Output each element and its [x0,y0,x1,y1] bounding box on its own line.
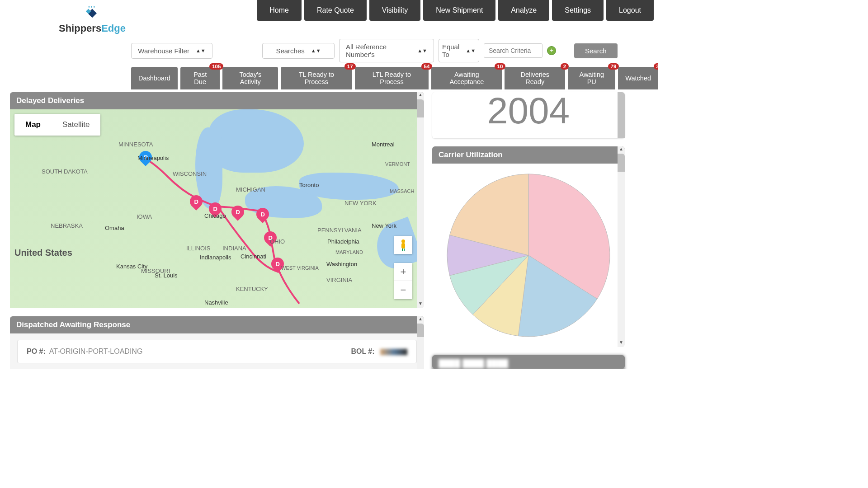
bol-label: BOL #: [351,347,374,355]
tab-deliveries-ready[interactable]: Deliveries Ready2 [505,67,565,89]
panel-scrollbar[interactable]: ▲ [417,316,424,369]
panel-scrollbar[interactable]: ▲▼ [417,92,424,308]
po-label: PO #: [27,347,46,356]
map-type-toggle: Map Satellite [14,114,100,136]
tab-past-due[interactable]: Past Due105 [180,67,220,89]
streetview-pegman[interactable] [394,236,412,254]
svg-point-5 [401,239,405,243]
reference-label: All Reference Number's [346,43,411,58]
nav-visibility[interactable]: Visibility [369,0,421,21]
badge: 105 [209,63,223,70]
pie-chart [432,164,625,347]
panel-title: Carrier Utilization [432,146,625,164]
zoom-in-button[interactable]: + [394,263,412,281]
tab-ltl-ready[interactable]: LTL Ready to Process54 [355,67,429,89]
panel-scrollbar[interactable]: ▲▼ [618,146,625,347]
scroll-thumb[interactable] [417,99,424,117]
scroll-down-icon[interactable]: ▼ [618,340,625,347]
searches-dropdown[interactable]: Searches▲▼ [262,43,335,59]
tab-dashboard[interactable]: Dashboard [131,67,178,89]
map-label-country: United States [14,248,72,258]
badge: 10 [495,63,506,70]
scroll-up-icon[interactable]: ▲ [417,316,424,324]
filter-bar: Warehouse Filter▲▼ Searches▲▼ All Refere… [0,34,658,67]
map-tab-satellite[interactable]: Satellite [52,114,100,136]
scroll-thumb[interactable] [618,154,625,172]
scroll-up-icon[interactable]: ▲ [417,92,424,99]
warehouse-filter-dropdown[interactable]: Warehouse Filter▲▼ [131,43,212,59]
nav-new-shipment[interactable]: New Shipment [423,0,495,21]
searches-label: Searches [276,47,304,55]
badge: 79 [608,63,619,70]
caret-icon: ▲▼ [466,48,476,53]
panel-title: Dispatched Awaiting Response [10,316,424,333]
tab-awaiting-pu[interactable]: Awaiting PU79 [568,67,615,89]
reference-dropdown[interactable]: All Reference Number's▲▼ [339,39,434,62]
tab-awaiting-acceptance[interactable]: Awaiting Acceptance10 [431,67,502,89]
logo-icon [83,4,101,22]
carrier-utilization-panel: Carrier Utilization ▲▼ [432,146,625,347]
caret-icon: ▲▼ [311,48,321,53]
tab-watched[interactable]: Watched3 [618,67,658,89]
nav-logout[interactable]: Logout [606,0,654,21]
badge: 3 [654,63,658,70]
map-tab-map[interactable]: Map [14,114,52,136]
badge: 17 [344,63,356,70]
panel-title: Delayed Deliveries [10,92,424,109]
scroll-up-icon[interactable]: ▲ [618,146,625,154]
scroll-thumb[interactable] [618,92,625,138]
nav-settings[interactable]: Settings [552,0,604,21]
scroll-thumb[interactable] [417,324,424,337]
panel-scrollbar[interactable] [618,92,625,138]
svg-point-2 [90,6,92,8]
stat-panel: 2004 [432,92,625,138]
scroll-down-icon[interactable]: ▼ [417,301,424,308]
search-button[interactable]: Search [574,43,618,58]
warehouse-filter-label: Warehouse Filter [138,47,189,55]
svg-rect-8 [404,249,405,251]
dashboard-tabs: Dashboard Past Due105 Today's Activity T… [0,67,658,89]
operator-label: Equal To [442,43,459,58]
panel-title-redacted: ████ ████ ████ [432,355,625,369]
caret-icon: ▲▼ [417,48,427,53]
caret-icon: ▲▼ [196,48,206,53]
badge: 54 [421,63,433,70]
dispatched-panel: Dispatched Awaiting Response PO #: AT-OR… [10,316,424,369]
po-value: AT-ORIGIN-PORT-LOADING [49,347,143,356]
bol-value-redacted [380,349,407,355]
next-panel-header: ████ ████ ████ [432,355,625,369]
nav-home[interactable]: Home [257,0,302,21]
logo-text: ShippersEdge [59,23,126,34]
search-criteria-input[interactable] [484,43,542,58]
add-criteria-button[interactable]: + [547,46,556,55]
svg-rect-7 [402,249,403,251]
dispatch-row[interactable]: PO #: AT-ORIGIN-PORT-LOADING BOL #: [17,340,417,363]
svg-rect-6 [401,243,405,249]
tab-tl-ready[interactable]: TL Ready to Process17 [281,67,352,89]
zoom-out-button[interactable]: − [394,281,412,299]
delayed-deliveries-panel: Delayed Deliveries P D D D D D D United … [10,92,424,308]
nav-rate-quote[interactable]: Rate Quote [304,0,367,21]
map[interactable]: P D D D D D D United States MINNESOTA WI… [10,109,417,308]
svg-point-4 [88,6,90,8]
main-nav: Home Rate Quote Visibility New Shipment … [257,0,654,21]
nav-analyze[interactable]: Analyze [498,0,549,21]
tab-todays-activity[interactable]: Today's Activity [222,67,278,89]
operator-dropdown[interactable]: Equal To▲▼ [439,39,479,62]
map-zoom-controls: + − [394,263,412,299]
stat-number: 2004 [432,92,625,129]
logo: ShippersEdge [59,4,126,34]
svg-point-3 [93,6,95,8]
